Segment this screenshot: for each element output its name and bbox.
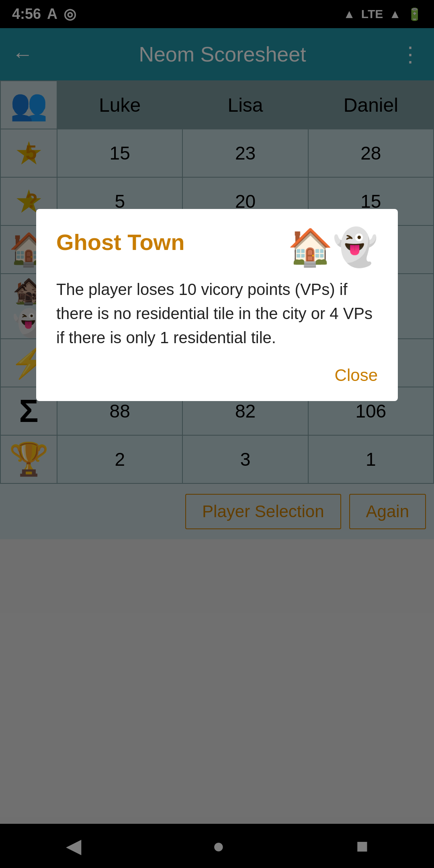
modal-footer: Close: [56, 366, 378, 385]
modal-body: The player loses 10 vicory points (VPs) …: [56, 277, 378, 350]
modal-ghost-icon: 🏠👻: [288, 229, 378, 265]
modal-header: Ghost Town 🏠👻: [56, 229, 378, 265]
modal-overlay: Ghost Town 🏠👻 The player loses 10 vicory…: [0, 0, 434, 868]
modal-title: Ghost Town: [56, 229, 184, 255]
ghost-town-modal: Ghost Town 🏠👻 The player loses 10 vicory…: [36, 209, 398, 401]
modal-close-button[interactable]: Close: [335, 366, 378, 385]
